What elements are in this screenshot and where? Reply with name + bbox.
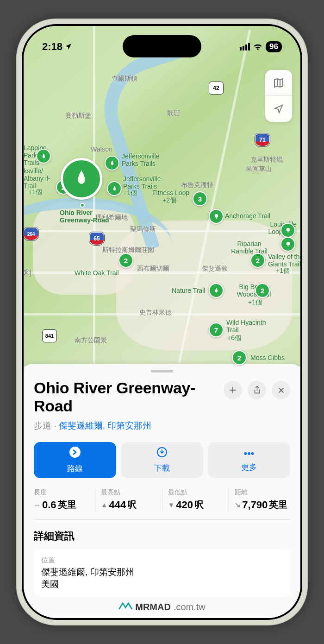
route-icon: ↘	[235, 501, 241, 509]
stat-high: 最高點 ▲444呎	[95, 488, 162, 511]
trail-label: Jeffersonville Parks Trails	[123, 175, 169, 190]
watermark: MRMAD.com.tw	[118, 600, 206, 614]
close-button[interactable]	[272, 381, 290, 399]
svg-point-2	[286, 227, 290, 231]
svg-rect-5	[287, 245, 288, 246]
trail-label-extra: +1個	[28, 188, 42, 196]
map-place-label: 歌珊	[167, 109, 180, 118]
trail-label: Fitness Loop	[152, 189, 189, 196]
selected-trail-pin[interactable]	[61, 158, 102, 200]
map-place-label: 布魯克潘特	[181, 181, 213, 189]
trail-icon	[213, 287, 220, 294]
tree-icon	[213, 213, 220, 220]
map-icon	[273, 77, 284, 88]
highway-shield: 42	[209, 82, 224, 95]
map-area[interactable]: 查爾斯鎮 賽勒斯堡 歌珊 Watson 克里斯特塢 果園草山 布魯克潘特 瑪利希…	[24, 26, 300, 366]
trail-pin[interactable]	[107, 181, 122, 196]
place-title: Ohio River Greenway-Road	[34, 379, 224, 415]
highway-shield: 841	[42, 329, 57, 342]
share-icon	[253, 385, 261, 395]
directions-icon	[69, 446, 81, 461]
download-button[interactable]: 下載	[121, 442, 203, 478]
map-place-label: 南方公園景	[75, 336, 107, 345]
add-button[interactable]	[224, 381, 242, 399]
more-button[interactable]: ••• 更多	[208, 442, 290, 478]
download-icon	[156, 447, 168, 461]
map-place-label: 克里斯特塢	[250, 156, 283, 164]
stat-low: 最低點 ▼420呎	[162, 488, 230, 511]
plus-icon	[229, 386, 237, 394]
locate-button[interactable]	[265, 96, 292, 122]
phone-frame: 2:18 96 查爾斯鎮 賽勒斯堡 歌珊 Watson	[16, 19, 308, 625]
trail-pin[interactable]: 3	[193, 191, 207, 206]
trail-label: Jeffersonville Parks Trails	[122, 152, 168, 167]
sheet-grabber[interactable]	[151, 370, 173, 373]
watermark-logo-icon	[118, 600, 132, 614]
map-place-label: 查爾斯鎮	[112, 75, 137, 83]
trail-label: Valley of the Giants Trail	[268, 253, 300, 268]
trail-pin[interactable]	[209, 209, 224, 224]
map-place-label: 西布爾切爾	[137, 265, 169, 273]
interstate-shield: 71	[255, 133, 270, 146]
trail-pin[interactable]	[209, 283, 224, 298]
trail-label: Riparian Ramble Trail	[227, 240, 271, 255]
section-title: 詳細資訊	[34, 529, 290, 543]
length-icon: ↔	[34, 501, 41, 509]
trail-icon	[109, 160, 116, 167]
trail-pin[interactable]: 2	[255, 283, 270, 298]
map-place-label: 傑斐遜敦	[202, 265, 228, 273]
trail-pin[interactable]	[280, 223, 295, 238]
trail-pin[interactable]: 7	[209, 322, 224, 337]
map-place-label: 聖馬修斯	[130, 225, 156, 234]
battery-badge: 96	[266, 41, 282, 52]
map-place-label: 果園草山	[246, 165, 272, 173]
stat-length: 長度 ↔0.6英里	[34, 488, 95, 511]
svg-rect-1	[216, 217, 216, 219]
trail-pin[interactable]	[36, 149, 51, 164]
down-icon: ▼	[168, 501, 175, 509]
trail-label-extra: +1個	[123, 189, 137, 197]
trail-label-extra: +2個	[162, 196, 176, 205]
trail-pin[interactable]: 2	[118, 253, 133, 268]
location-icon	[274, 104, 284, 114]
trail-label-extra: +1個	[276, 267, 290, 275]
share-button[interactable]	[248, 381, 266, 399]
trail-icon	[71, 169, 92, 189]
trail-icon	[111, 185, 118, 192]
map-place-label: 史普林米德	[139, 309, 172, 317]
trail-label: Wild Hyacinth Trail	[226, 319, 270, 334]
place-subtitle: 步道 · 傑斐遜維爾, 印第安那州	[34, 420, 290, 432]
close-icon	[278, 387, 285, 394]
svg-point-4	[286, 241, 290, 245]
trail-pin[interactable]: 2	[232, 350, 247, 365]
tree-icon	[285, 227, 292, 234]
more-icon: •••	[243, 448, 254, 460]
trail-pin[interactable]	[280, 237, 295, 252]
trail-pin[interactable]: 2	[250, 253, 265, 268]
trail-label-extra: +6個	[227, 334, 241, 342]
map-mode-button[interactable]	[265, 70, 292, 96]
selected-location-dot	[80, 203, 85, 208]
status-time: 2:18	[42, 41, 62, 53]
place-card-sheet[interactable]: Ohio River Greenway-Road 步道 · 傑斐遜維爾, 印第安…	[24, 364, 300, 618]
stat-distance: 距離 ↘7,790英里	[229, 488, 290, 511]
detail-card-location: 位置 傑斐遜維爾, 印第安那州 美國	[34, 549, 290, 596]
svg-point-0	[214, 214, 218, 217]
dynamic-island	[123, 35, 201, 57]
details-section: 詳細資訊 位置 傑斐遜維爾, 印第安那州 美國	[34, 529, 290, 596]
trail-pin[interactable]	[105, 156, 119, 170]
stats-row: 長度 ↔0.6英里 最高點 ▲444呎 最低點 ▼420呎 距離 ↘7,790英…	[34, 488, 290, 520]
selected-trail-label: Ohio River Greenway-Road	[60, 209, 115, 224]
trail-label: Nature Trail	[172, 287, 205, 294]
map-place-label: 賽勒斯堡	[65, 112, 91, 120]
trail-label: ksville/ Albany il-Trail	[24, 167, 56, 189]
location-arrow-icon	[64, 43, 72, 51]
map-controls	[265, 70, 292, 122]
screen: 2:18 96 查爾斯鎮 賽勒斯堡 歌珊 Watson	[24, 26, 300, 618]
directions-button[interactable]: 路線	[34, 442, 116, 478]
tree-icon	[285, 241, 292, 248]
svg-rect-3	[287, 231, 288, 233]
location-link[interactable]: 傑斐遜維爾, 印第安那州	[59, 421, 152, 430]
trail-label: Moss Gibbs	[250, 354, 285, 361]
trail-label: Anchorage Trail	[225, 212, 270, 220]
